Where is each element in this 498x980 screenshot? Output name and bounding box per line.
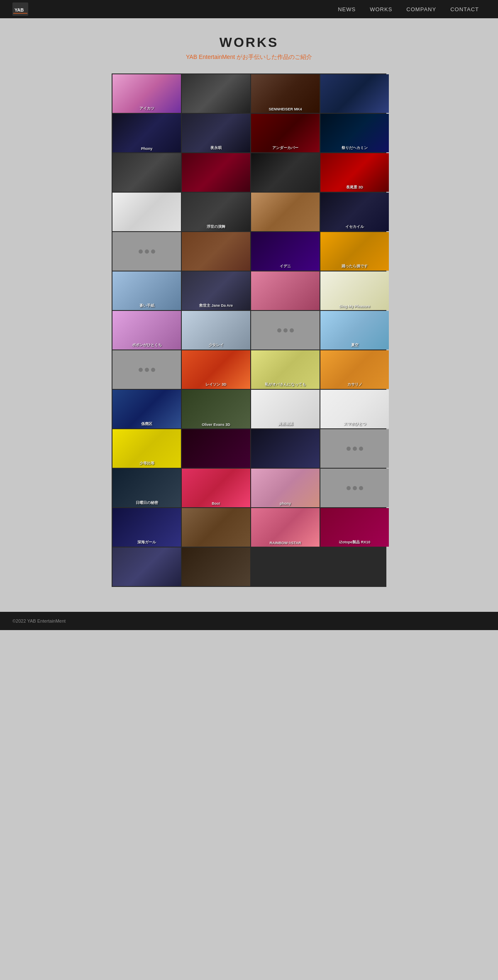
thumb-10 <box>182 153 250 192</box>
thumb-label-28: 夏空 <box>320 342 389 348</box>
grid-item-42[interactable]: Boo! <box>182 469 250 507</box>
nav-news[interactable]: NEWS <box>331 0 362 18</box>
thumb-label-32: カサリノ <box>320 382 389 387</box>
grid-item-11[interactable] <box>251 153 320 192</box>
thumb-43: phony <box>251 469 320 507</box>
grid-item-4[interactable] <box>320 74 389 113</box>
placeholder-dots <box>139 368 155 372</box>
grid-item-10[interactable] <box>182 153 250 192</box>
grid-item-25[interactable]: ポポンがひとくち <box>112 311 181 349</box>
works-grid: アイカツ SENNHEISER MK4 Phony 夜永唄 アンダーカバー 祭り… <box>112 73 386 587</box>
nav-company[interactable]: COMPANY <box>400 0 443 18</box>
grid-item-3[interactable]: SENNHEISER MK4 <box>251 74 320 113</box>
grid-item-23[interactable] <box>251 271 320 310</box>
grid-item-15[interactable] <box>251 193 320 231</box>
grid-item-2[interactable] <box>182 74 250 113</box>
grid-item-32[interactable]: カサリノ <box>320 350 389 389</box>
grid-item-40[interactable] <box>320 429 389 468</box>
thumb-8: 祭りだヘカミン <box>320 114 389 152</box>
thumb-label-31: 私がオバさんになっても <box>251 382 320 387</box>
grid-item-41[interactable]: 日曜日の秘密 <box>112 469 181 507</box>
thumb-48: iZotope製品 RX10 <box>320 508 389 547</box>
thumb-32: カサリノ <box>320 350 389 389</box>
grid-item-26[interactable]: 少女レイ <box>182 311 250 349</box>
thumb-label-22: 救世主 Jane Da Are <box>182 303 250 308</box>
thumb-label-48: iZotope製品 RX10 <box>320 540 389 545</box>
thumb-label-24: Sing My Pleasure <box>320 304 389 308</box>
grid-item-47[interactable]: RAINBOW☆STAR <box>251 508 320 547</box>
grid-item-9[interactable] <box>112 153 181 192</box>
grid-item-21[interactable]: 蒼い手紙 <box>112 271 181 310</box>
grid-item-39[interactable] <box>251 429 320 468</box>
thumb-label-33: 係廃区 <box>112 421 181 427</box>
nav-works[interactable]: WORKS <box>363 0 399 18</box>
grid-item-6[interactable]: 夜永唄 <box>182 114 250 152</box>
thumb-label-36: スマホひとつ <box>320 421 389 427</box>
thumb-label-47: RAINBOW☆STAR <box>251 541 320 545</box>
thumb-5: Phony <box>112 114 181 152</box>
thumb-18 <box>182 232 250 271</box>
grid-item-30[interactable]: レイソン 3D <box>182 350 250 389</box>
grid-item-22[interactable]: 救世主 Jane Da Are <box>182 271 250 310</box>
grid-item-45[interactable]: 深海ガール <box>112 508 181 547</box>
thumb-1: アイカツ <box>112 74 181 113</box>
grid-item-31[interactable]: 私がオバさんになっても <box>251 350 320 389</box>
grid-item-5[interactable]: Phony <box>112 114 181 152</box>
grid-item-8[interactable]: 祭りだヘカミン <box>320 114 389 152</box>
grid-item-38[interactable] <box>182 429 250 468</box>
grid-item-14[interactable]: 浮世の演舞 <box>182 193 250 231</box>
thumb-46 <box>182 508 250 547</box>
thumb-label-35: 資産確認 <box>251 421 320 427</box>
grid-item-19[interactable]: イデニ <box>251 232 320 271</box>
thumb-31: 私がオバさんになっても <box>251 350 320 389</box>
thumb-label-25: ポポンがひとくち <box>112 342 181 348</box>
thumb-35: 資産確認 <box>251 390 320 428</box>
thumb-label-30: レイソン 3D <box>182 382 250 387</box>
grid-item-17[interactable] <box>112 232 181 271</box>
thumb-label-1: アイカツ <box>112 106 181 111</box>
thumb-9 <box>112 153 181 192</box>
logo-area[interactable]: YAB <box>12 2 28 16</box>
grid-item-34[interactable]: Oliver Evans 3D <box>182 390 250 428</box>
grid-item-24[interactable]: Sing My Pleasure <box>320 271 389 310</box>
thumb-label-26: 少女レイ <box>182 342 250 348</box>
grid-item-29[interactable] <box>112 350 181 389</box>
thumb-30: レイソン 3D <box>182 350 250 389</box>
nav-contact[interactable]: CONTACT <box>444 0 486 18</box>
grid-item-13[interactable] <box>112 193 181 231</box>
thumb-6: 夜永唄 <box>182 114 250 152</box>
grid-item-20[interactable]: 踊ったら損です <box>320 232 389 271</box>
thumb-label-19: イデニ <box>251 264 320 269</box>
thumb-21: 蒼い手紙 <box>112 271 181 310</box>
grid-item-50[interactable] <box>182 547 250 586</box>
grid-item-36[interactable]: スマホひとつ <box>320 390 389 428</box>
grid-item-49[interactable] <box>112 547 181 586</box>
thumb-33: 係廃区 <box>112 390 181 428</box>
grid-item-44[interactable] <box>320 469 389 507</box>
thumb-label-34: Oliver Evans 3D <box>182 423 250 427</box>
thumb-19: イデニ <box>251 232 320 271</box>
placeholder-dots <box>139 249 155 254</box>
thumb-7: アンダーカバー <box>251 114 320 152</box>
grid-item-18[interactable] <box>182 232 250 271</box>
grid-item-37[interactable]: 少等比等 <box>112 429 181 468</box>
grid-item-1[interactable]: アイカツ <box>112 74 181 113</box>
thumb-label-6: 夜永唄 <box>182 145 250 151</box>
thumb-label-12: 長尾景 3D <box>320 185 389 190</box>
grid-item-46[interactable] <box>182 508 250 547</box>
grid-item-12[interactable]: 長尾景 3D <box>320 153 389 192</box>
grid-item-43[interactable]: phony <box>251 469 320 507</box>
grid-item-48[interactable]: iZotope製品 RX10 <box>320 508 389 547</box>
thumb-38 <box>182 429 250 468</box>
grid-item-28[interactable]: 夏空 <box>320 311 389 349</box>
grid-item-35[interactable]: 資産確認 <box>251 390 320 428</box>
grid-item-16[interactable]: イセカイル <box>320 193 389 231</box>
thumb-12: 長尾景 3D <box>320 153 389 192</box>
grid-item-7[interactable]: アンダーカバー <box>251 114 320 152</box>
grid-item-33[interactable]: 係廃区 <box>112 390 181 428</box>
thumb-47: RAINBOW☆STAR <box>251 508 320 547</box>
thumb-34: Oliver Evans 3D <box>182 390 250 428</box>
grid-item-27[interactable] <box>251 311 320 349</box>
thumb-11 <box>251 153 320 192</box>
thumb-13 <box>112 193 181 231</box>
